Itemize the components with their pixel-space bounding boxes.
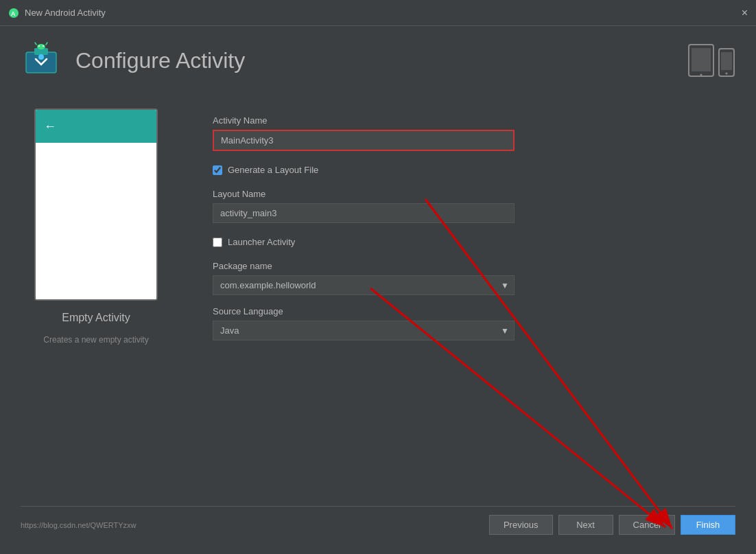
- svg-point-5: [38, 54, 44, 60]
- android-icon: A: [8, 8, 19, 19]
- generate-layout-label: Generate a Layout File: [228, 165, 318, 175]
- source-language-select-wrapper: Java Kotlin ▼: [213, 321, 515, 341]
- source-language-select[interactable]: Java Kotlin: [213, 321, 515, 341]
- phone-top-bar: ←: [36, 110, 156, 143]
- device-icons: [687, 43, 735, 78]
- svg-point-7: [38, 45, 40, 47]
- header: Configure Activity: [21, 40, 735, 81]
- previous-button[interactable]: Previous: [489, 515, 553, 535]
- svg-rect-12: [692, 48, 711, 71]
- source-language-label: Source Language: [213, 306, 735, 316]
- package-name-select[interactable]: com.example.helloworld: [213, 275, 515, 295]
- svg-point-13: [700, 74, 702, 76]
- svg-point-16: [726, 73, 728, 75]
- launcher-activity-checkbox[interactable]: [213, 238, 222, 247]
- preview-description: Creates a new empty activity: [43, 335, 148, 345]
- phone-preview: ←: [34, 108, 158, 301]
- window-title: New Android Activity: [25, 8, 106, 18]
- title-bar: A New Android Activity ×: [0, 0, 756, 26]
- finish-button[interactable]: Finish: [681, 515, 735, 535]
- tablet-icon: [687, 43, 715, 78]
- phone-icon: [718, 47, 735, 78]
- activity-name-input[interactable]: [213, 130, 515, 151]
- header-left: Configure Activity: [21, 40, 245, 81]
- generate-layout-checkbox[interactable]: [213, 165, 222, 175]
- source-language-group: Source Language Java Kotlin ▼: [213, 306, 735, 341]
- left-panel: ← Empty Activity Creates a new empty act…: [21, 108, 172, 345]
- layout-name-label: Layout Name: [213, 189, 735, 199]
- package-name-label: Package name: [213, 261, 735, 271]
- title-bar-left: A New Android Activity: [8, 8, 106, 19]
- close-button[interactable]: ×: [742, 8, 748, 19]
- back-arrow-icon: ←: [44, 119, 56, 134]
- activity-name-group: Activity Name: [213, 115, 735, 151]
- launcher-activity-label: Launcher Activity: [228, 237, 295, 247]
- main-content: Configure Activity ←: [0, 26, 756, 554]
- cancel-button[interactable]: Cancel: [619, 515, 675, 535]
- preview-label: Empty Activity: [62, 312, 130, 324]
- svg-point-6: [37, 44, 45, 49]
- footer: https://blog.csdn.net/QWERTYzxw Previous…: [21, 506, 735, 540]
- generate-layout-row: Generate a Layout File: [213, 165, 735, 175]
- layout-name-input[interactable]: [213, 203, 515, 223]
- layout-name-group: Layout Name: [213, 189, 735, 223]
- page-title: Configure Activity: [75, 48, 245, 73]
- right-panel: Activity Name Generate a Layout File Lay…: [213, 108, 735, 341]
- svg-point-8: [43, 45, 44, 47]
- svg-rect-15: [721, 52, 732, 70]
- package-name-group: Package name com.example.helloworld ▼: [213, 261, 735, 295]
- launcher-activity-row: Launcher Activity: [213, 237, 735, 247]
- package-name-select-wrapper: com.example.helloworld ▼: [213, 275, 515, 295]
- android-studio-logo: [21, 40, 62, 81]
- activity-name-label: Activity Name: [213, 115, 735, 126]
- next-button[interactable]: Next: [558, 515, 613, 535]
- body-area: ← Empty Activity Creates a new empty act…: [21, 102, 735, 506]
- phone-body: [36, 143, 156, 299]
- watermark: https://blog.csdn.net/QWERTYzxw: [21, 521, 137, 529]
- svg-text:A: A: [11, 10, 16, 17]
